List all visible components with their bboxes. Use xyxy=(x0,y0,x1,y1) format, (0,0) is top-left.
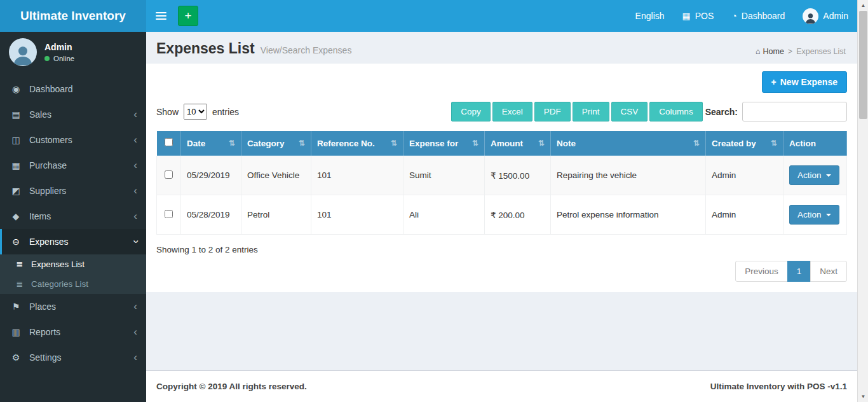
vertical-scrollbar: ▲ ▼ xyxy=(857,0,868,402)
list-icon: ≣ xyxy=(14,260,25,269)
caret-down-icon xyxy=(826,174,831,177)
sidebar-item-expenses-list[interactable]: ≣ Expenses List xyxy=(0,254,146,274)
sidebar-item-settings[interactable]: ⚙ Settings ‹ xyxy=(0,345,146,370)
cell-category: Petrol xyxy=(241,195,311,235)
copy-button[interactable]: Copy xyxy=(451,102,491,121)
gauge-icon: ◔ xyxy=(731,11,736,21)
cell-reference: 101 xyxy=(311,156,403,195)
search-label: Search: xyxy=(705,107,738,117)
scrollbar-thumb[interactable] xyxy=(859,11,867,119)
reports-icon: ▥ xyxy=(10,327,22,337)
expenses-submenu: ≣ Expenses List ≣ Categories List xyxy=(0,254,146,294)
cell-note: Repairing the vehicle xyxy=(551,156,706,195)
cell-date: 05/28/2019 xyxy=(181,195,241,235)
pos-link[interactable]: ▦ POS xyxy=(674,0,723,32)
sort-icon: ⇅ xyxy=(538,139,545,148)
select-all-checkbox[interactable] xyxy=(165,138,173,146)
copyright-text: Copyright © 2019 All rights reserved. xyxy=(156,382,307,391)
language-menu[interactable]: English xyxy=(627,0,674,32)
sort-icon: ⇅ xyxy=(693,139,700,148)
row-action-button[interactable]: Action xyxy=(789,205,839,225)
sidebar-item-dashboard[interactable]: ◉ Dashboard xyxy=(0,76,146,102)
sort-icon: ⇅ xyxy=(771,139,777,148)
sidebar-item-customers[interactable]: ◫ Customers ‹ xyxy=(0,127,146,153)
page-1-button[interactable]: 1 xyxy=(787,261,811,282)
sidebar-item-expenses[interactable]: ⊖ Expenses ‹ xyxy=(0,229,146,254)
sidebar-user-name: Admin xyxy=(44,42,74,52)
app-window: Ultimate Inventory + English ▦ POS ◔ Das… xyxy=(0,0,857,402)
caret-down-icon xyxy=(826,214,831,216)
page-title: Expenses List View/Search Expenses xyxy=(156,40,847,57)
excel-button[interactable]: Excel xyxy=(492,102,532,121)
home-icon: ⌂ xyxy=(756,47,761,56)
print-button[interactable]: Print xyxy=(573,102,609,121)
top-header: Ultimate Inventory + English ▦ POS ◔ Das… xyxy=(0,0,857,32)
select-all-header[interactable] xyxy=(157,131,181,156)
row-checkbox[interactable] xyxy=(165,210,173,218)
sidebar-item-items[interactable]: ◆ Items ‹ xyxy=(0,204,146,229)
suppliers-icon: ◩ xyxy=(10,186,22,196)
brand-logo[interactable]: Ultimate Inventory xyxy=(0,0,146,32)
sidebar-item-suppliers[interactable]: ◩ Suppliers ‹ xyxy=(0,178,146,204)
column-header-created-by[interactable]: Created by ⇅ xyxy=(706,131,783,156)
show-label: Show xyxy=(156,107,179,117)
row-checkbox[interactable] xyxy=(165,170,173,179)
table-row: 05/29/2019 Office Vehicle 101 Sumit ₹ 15… xyxy=(157,156,847,195)
cell-amount: ₹ 200.00 xyxy=(485,195,551,235)
sort-icon: ⇅ xyxy=(299,139,305,148)
hamburger-icon xyxy=(156,12,166,13)
items-icon: ◆ xyxy=(10,211,22,221)
column-header-category[interactable]: Category ⇅ xyxy=(241,131,311,156)
sidebar-item-places[interactable]: ⚑ Places ‹ xyxy=(0,294,146,319)
columns-button[interactable]: Columns xyxy=(649,102,702,121)
scroll-down-arrow[interactable]: ▼ xyxy=(858,391,868,402)
sidebar-toggle-button[interactable] xyxy=(146,0,175,32)
breadcrumb-separator: > xyxy=(788,47,792,56)
sidebar: Admin Online ◉ Dashboard ▤ Sales ‹ xyxy=(0,32,146,402)
column-header-expense-for[interactable]: Expense for ⇅ xyxy=(403,131,485,156)
pdf-button[interactable]: PDF xyxy=(534,102,571,121)
sidebar-item-purchase[interactable]: ▦ Purchase ‹ xyxy=(0,153,146,178)
row-action-button[interactable]: Action xyxy=(789,165,839,185)
column-header-action: Action xyxy=(783,131,847,156)
page-subtitle: View/Search Expenses xyxy=(261,45,352,55)
cell-expense-for: Sumit xyxy=(403,156,485,195)
navbar: + English ▦ POS ◔ Dashboard xyxy=(146,0,857,32)
previous-page-button[interactable]: Previous xyxy=(735,261,788,282)
sidebar-user-status: Online xyxy=(44,55,74,62)
entries-select[interactable]: 10 xyxy=(184,104,207,120)
places-icon: ⚑ xyxy=(10,302,22,312)
chevron-left-icon: ‹ xyxy=(133,137,137,143)
csv-button[interactable]: CSV xyxy=(611,102,648,121)
sidebar-item-sales[interactable]: ▤ Sales ‹ xyxy=(0,102,146,127)
next-page-button[interactable]: Next xyxy=(810,261,847,282)
export-buttons: Copy Excel PDF Print CSV Columns xyxy=(449,102,702,121)
column-header-amount[interactable]: Amount ⇅ xyxy=(485,131,551,156)
quick-add-button[interactable]: + xyxy=(178,6,198,26)
breadcrumb-current: Expenses List xyxy=(796,47,846,56)
expenses-table: Date ⇅ Category ⇅ Reference No. ⇅ xyxy=(156,130,847,235)
sort-icon: ⇅ xyxy=(472,139,478,148)
dashboard-link[interactable]: ◔ Dashboard xyxy=(722,0,794,32)
calculator-icon: ▦ xyxy=(682,11,691,21)
cell-amount: ₹ 1500.00 xyxy=(485,156,551,195)
chevron-left-icon: ‹ xyxy=(133,354,137,361)
search-input[interactable] xyxy=(742,102,847,121)
chevron-down-icon: ‹ xyxy=(132,240,139,244)
breadcrumb-home-link[interactable]: ⌂ Home xyxy=(756,47,784,56)
new-expense-button[interactable]: + New Expense xyxy=(762,71,847,93)
avatar xyxy=(9,38,37,66)
sidebar-item-reports[interactable]: ▥ Reports ‹ xyxy=(0,319,146,345)
column-header-note[interactable]: Note ⇅ xyxy=(551,131,706,156)
cell-date: 05/29/2019 xyxy=(181,156,241,195)
column-header-date[interactable]: Date ⇅ xyxy=(181,131,241,156)
customers-icon: ◫ xyxy=(10,135,22,145)
scroll-up-arrow[interactable]: ▲ xyxy=(858,0,868,11)
chevron-left-icon: ‹ xyxy=(133,213,137,219)
cell-expense-for: Ali xyxy=(403,195,485,235)
sidebar-item-categories-list[interactable]: ≣ Categories List xyxy=(0,274,146,294)
column-header-reference[interactable]: Reference No. ⇅ xyxy=(311,131,403,156)
table-info: Showing 1 to 2 of 2 entries xyxy=(156,245,847,254)
sort-icon: ⇅ xyxy=(229,139,235,148)
user-menu[interactable]: Admin xyxy=(794,0,857,32)
